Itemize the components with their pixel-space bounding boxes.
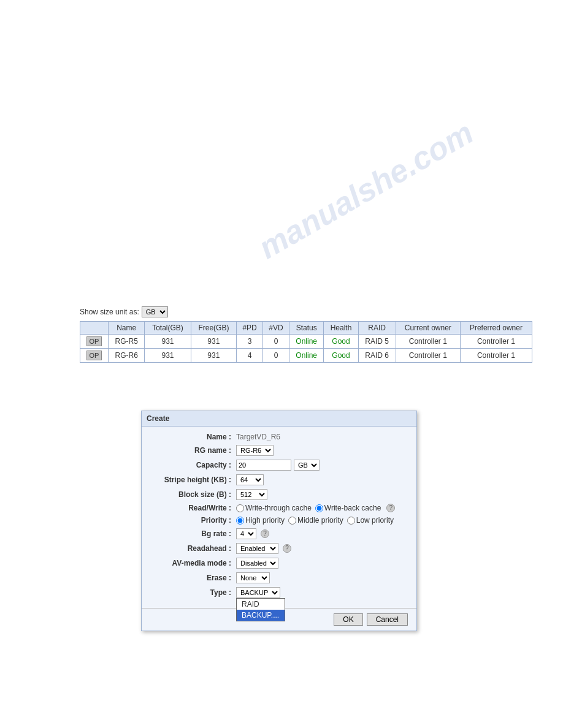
show-size-row: Show size unit as: GB TB MB [80, 306, 532, 317]
cell-name-r5: RG-R5 [108, 335, 144, 349]
block-size-label: Block size (B) : [150, 490, 236, 499]
priority-options: High priority Middle priority Low priori… [236, 516, 394, 525]
readahead-help-icon[interactable]: ? [283, 544, 291, 553]
rw-help-icon[interactable]: ? [386, 504, 395, 512]
col-header-preferred-owner: Preferred owner [460, 322, 532, 335]
block-size-select[interactable]: 512 1024 4096 [236, 489, 267, 500]
type-dropdown-popup[interactable]: RAID BACKUP.... [236, 598, 285, 621]
erase-select[interactable]: None Quick Full [236, 572, 270, 583]
priority-radio-high[interactable] [236, 517, 244, 525]
rw-radio1[interactable] [236, 504, 244, 512]
type-label: Type : [150, 588, 236, 597]
cell-free-r6: 931 [191, 349, 236, 363]
col-header-free: Free(GB) [191, 322, 236, 335]
col-header-op [80, 322, 109, 335]
cell-name-r6: RG-R6 [108, 349, 144, 363]
ok-button[interactable]: OK [334, 613, 362, 626]
cell-status-r6: Online [289, 349, 323, 363]
read-write-row: Read/Write : Write-through cache Write-b… [150, 504, 408, 512]
priority-low[interactable]: Low priority [347, 516, 394, 525]
op-button-row1[interactable]: OP [86, 336, 102, 346]
col-header-raid: RAID [358, 322, 396, 335]
cell-free-r5: 931 [191, 335, 236, 349]
name-label: Name : [150, 433, 236, 441]
cell-total-r5: 931 [145, 335, 191, 349]
show-size-label: Show size unit as: [80, 308, 139, 316]
type-option-backup[interactable]: BACKUP.... [237, 610, 285, 621]
priority-label: Priority : [150, 516, 236, 525]
capacity-row: Capacity : GB TB [150, 460, 408, 471]
watermark: manualshe.com [252, 114, 479, 266]
capacity-label: Capacity : [150, 461, 236, 469]
op-button-row2[interactable]: OP [86, 351, 102, 360]
cell-status-r5: Online [289, 335, 323, 349]
col-header-total: Total(GB) [145, 322, 191, 335]
col-header-current-owner: Current owner [396, 322, 460, 335]
capacity-input[interactable] [236, 460, 291, 471]
rw-option2[interactable]: Write-back cache [315, 504, 381, 512]
stripe-height-label: Stripe height (KB) : [150, 476, 236, 484]
col-header-pd: #PD [237, 322, 263, 335]
bg-rate-row: Bg rate : 4 1 2 3 ? [150, 528, 408, 539]
bg-rate-help-icon[interactable]: ? [261, 529, 269, 538]
av-media-row: AV-media mode : Disabled Enabled [150, 558, 408, 569]
priority-middle[interactable]: Middle priority [288, 516, 343, 525]
erase-row: Erase : None Quick Full [150, 572, 408, 583]
read-write-label: Read/Write : [150, 504, 236, 512]
readahead-row: Readahead : Enabled Disabled ? [150, 543, 408, 554]
rg-table: Name Total(GB) Free(GB) #PD #VD Status H… [80, 321, 532, 363]
name-value: TargetVD_R6 [236, 433, 280, 441]
col-header-vd: #VD [263, 322, 289, 335]
bg-rate-select[interactable]: 4 1 2 3 [236, 528, 256, 539]
create-modal: Create Name : TargetVD_R6 RG name : RG-R… [141, 411, 417, 631]
cell-vd-r6: 0 [263, 349, 289, 363]
rg-name-select[interactable]: RG-R6 RG-R5 [236, 445, 274, 456]
type-option-raid[interactable]: RAID [237, 599, 285, 610]
cell-raid-r5: RAID 5 [358, 335, 396, 349]
col-header-health: Health [324, 322, 358, 335]
bg-rate-label: Bg rate : [150, 529, 236, 538]
type-dropdown-container: BACKUP RAID RAID BACKUP.... [236, 587, 280, 598]
read-write-options: Write-through cache Write-back cache ? [236, 504, 395, 512]
av-media-label: AV-media mode : [150, 559, 236, 567]
modal-body: Name : TargetVD_R6 RG name : RG-R6 RG-R5… [142, 427, 416, 608]
rg-name-label: RG name : [150, 446, 236, 455]
cell-vd-r5: 0 [263, 335, 289, 349]
cell-total-r6: 931 [145, 349, 191, 363]
cell-current-r5: Controller 1 [396, 335, 460, 349]
stripe-height-select[interactable]: 64 32 128 [236, 474, 264, 485]
cell-preferred-r5: Controller 1 [460, 335, 532, 349]
erase-label: Erase : [150, 574, 236, 582]
cell-pd-r6: 4 [237, 349, 263, 363]
cell-pd-r5: 3 [237, 335, 263, 349]
priority-high[interactable]: High priority [236, 516, 285, 525]
col-header-name: Name [108, 322, 144, 335]
type-select[interactable]: BACKUP RAID [236, 587, 280, 598]
readahead-label: Readahead : [150, 544, 236, 553]
table-section: Show size unit as: GB TB MB Name Total(G… [80, 306, 532, 363]
block-size-row: Block size (B) : 512 1024 4096 [150, 489, 408, 500]
priority-row: Priority : High priority Middle priority… [150, 516, 408, 525]
cell-raid-r6: RAID 6 [358, 349, 396, 363]
cell-preferred-r6: Controller 1 [460, 349, 532, 363]
col-header-status: Status [289, 322, 323, 335]
priority-radio-low[interactable] [347, 517, 355, 525]
table-row: OP RG-R6 931 931 4 0 Online Good RAID 6 … [80, 349, 532, 363]
modal-title: Create [142, 411, 416, 427]
priority-radio-middle[interactable] [288, 517, 296, 525]
rg-name-row: RG name : RG-R6 RG-R5 [150, 445, 408, 456]
cell-current-r6: Controller 1 [396, 349, 460, 363]
rw-option1[interactable]: Write-through cache [236, 504, 312, 512]
size-unit-select[interactable]: GB TB MB [142, 306, 168, 317]
stripe-height-row: Stripe height (KB) : 64 32 128 [150, 474, 408, 485]
cancel-button[interactable]: Cancel [367, 613, 408, 626]
name-row: Name : TargetVD_R6 [150, 433, 408, 441]
cell-health-r5: Good [324, 335, 358, 349]
rw-radio2[interactable] [315, 504, 323, 512]
capacity-unit-select[interactable]: GB TB [294, 460, 320, 471]
readahead-select[interactable]: Enabled Disabled [236, 543, 278, 554]
type-row: Type : BACKUP RAID RAID BACKUP.... [150, 587, 408, 598]
cell-health-r6: Good [324, 349, 358, 363]
table-row: OP RG-R5 931 931 3 0 Online Good RAID 5 … [80, 335, 532, 349]
av-media-select[interactable]: Disabled Enabled [236, 558, 278, 569]
